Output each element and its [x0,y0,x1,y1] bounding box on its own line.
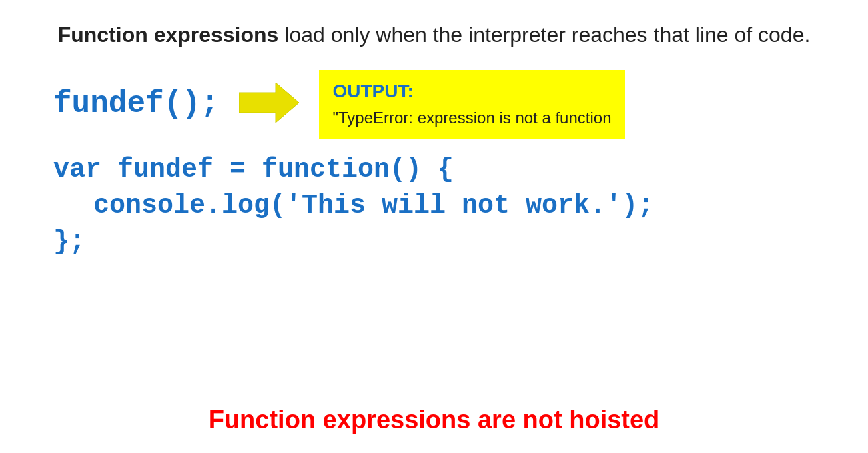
arrow-container [239,83,299,125]
call-code: fundef(); [53,87,219,121]
output-box: OUTPUT: "TypeError: expression is not a … [319,70,624,139]
header-regular: load only when the interpreter reaches t… [278,23,810,47]
code-line-3: }; [53,224,828,260]
slide-container: Function expressions load only when the … [0,0,868,453]
middle-section: fundef(); OUTPUT: "TypeError: expression… [53,70,828,139]
arrow-icon [239,83,299,123]
footer-text: Function expressions are not hoisted [0,406,868,434]
header-bold: Function expressions [58,23,279,47]
header-text: Function expressions load only when the … [40,20,828,50]
output-label: OUTPUT: [332,81,611,102]
code-block: var fundef = function() { console.log('T… [53,152,828,260]
code-line-1: var fundef = function() { [53,152,828,188]
code-line-2: console.log('This will not work.'); [93,188,828,224]
svg-marker-0 [239,83,299,123]
output-text: "TypeError: expression is not a function [332,107,611,128]
